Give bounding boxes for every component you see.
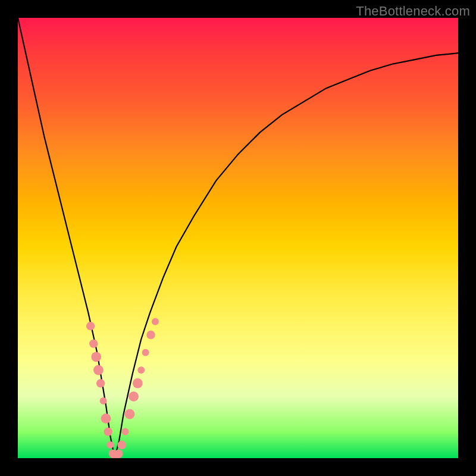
curve-marker xyxy=(137,367,145,374)
curve-marker xyxy=(93,365,104,375)
curve-marker xyxy=(96,379,105,387)
plot-area xyxy=(18,18,458,458)
curve-marker xyxy=(91,352,101,362)
curve-marker xyxy=(125,409,135,419)
curve-marker xyxy=(142,349,149,356)
curve-marker xyxy=(114,449,123,458)
curve-marker xyxy=(152,318,159,325)
curve-marker xyxy=(89,339,98,347)
curve-marker xyxy=(146,331,155,339)
curve-marker xyxy=(104,427,112,436)
chart-frame: TheBottleneck.com xyxy=(0,0,476,476)
curve-marker xyxy=(129,392,139,402)
curve-marker xyxy=(122,428,129,436)
curve-marker xyxy=(133,378,143,389)
curve-marker xyxy=(117,441,126,449)
curve-marker xyxy=(107,441,114,449)
curve-marker xyxy=(86,322,95,330)
curve-marker xyxy=(101,414,111,424)
chart-svg xyxy=(18,18,458,458)
watermark-text: TheBottleneck.com xyxy=(356,4,470,19)
bottleneck-curve xyxy=(18,18,458,458)
curve-marker xyxy=(100,397,107,405)
marker-layer xyxy=(86,318,159,458)
